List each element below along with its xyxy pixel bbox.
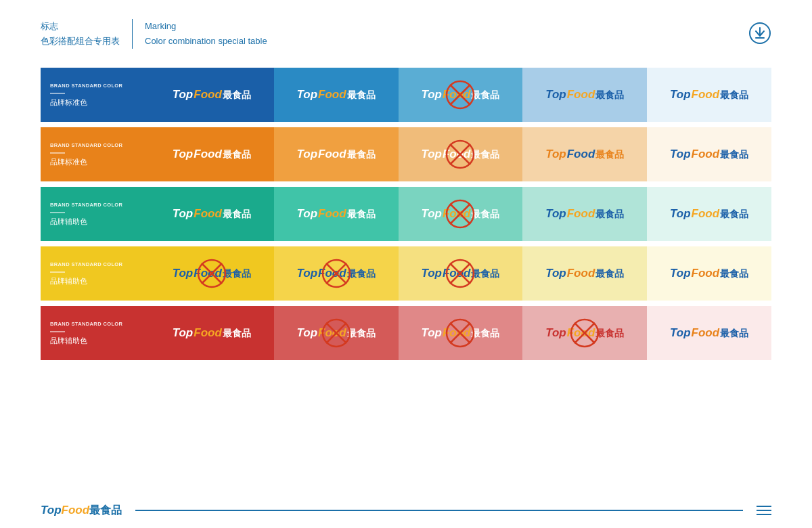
color-cell-1-1: TopFood 最食品 <box>274 127 399 181</box>
logo-text: TopFood 最食品 <box>670 207 748 221</box>
color-cell-4-0: TopFood 最食品 <box>150 306 274 360</box>
logo-text: TopFood 最食品 <box>421 326 499 340</box>
logo-text: TopFood 最食品 <box>545 326 624 340</box>
color-cell-2-4: TopFood 最食品 <box>647 187 771 241</box>
color-cell-1-3: TopFood 最食品 <box>522 127 647 181</box>
label-subtitle: 品牌辅助色 <box>50 336 140 346</box>
footer-logo-cn: 最食品 <box>89 504 122 518</box>
color-cell-2-3: TopFood 最食品 <box>522 187 647 241</box>
label-cell-1: BRAND STANDARD COLOR 品牌标准色 <box>41 127 150 181</box>
logo-text: TopFood 最食品 <box>297 148 376 161</box>
logo-text: TopFood 最食品 <box>173 207 251 221</box>
logo-text: TopFood 最食品 <box>421 267 499 280</box>
color-cell-0-2: TopFood 最食品 <box>399 68 523 122</box>
label-divider <box>50 93 65 94</box>
logo-text: TopFood 最食品 <box>670 267 748 280</box>
header-subtitle-cn: 色彩搭配组合专用表 <box>41 34 120 49</box>
logo-text: TopFood 最食品 <box>545 207 624 221</box>
label-title: BRAND STANDARD COLOR <box>50 83 140 90</box>
header-divider <box>132 19 133 49</box>
footer-line <box>135 510 743 511</box>
color-cell-4-4: TopFood 最食品 <box>647 306 771 360</box>
hamburger-menu-icon[interactable] <box>757 506 771 515</box>
logo-text: TopFood 最食品 <box>545 267 624 280</box>
logo-text: TopFood 最食品 <box>421 88 499 102</box>
footer-logo: TopFood最食品 <box>41 504 122 518</box>
logo-text: TopFood 最食品 <box>173 148 251 161</box>
label-divider <box>50 331 65 332</box>
logo-text: TopFood 最食品 <box>545 148 624 161</box>
label-subtitle: 品牌辅助色 <box>50 217 140 227</box>
footer-logo-top: Top <box>41 504 62 517</box>
label-title: BRAND STANDARD COLOR <box>50 142 140 150</box>
color-cell-4-2: TopFood 最食品 <box>399 306 523 360</box>
label-title: BRAND STANDARD COLOR <box>50 202 140 209</box>
logo-text: TopFood 最食品 <box>421 207 499 221</box>
color-cell-0-4: TopFood 最食品 <box>647 68 771 122</box>
logo-text: TopFood 最食品 <box>545 88 624 102</box>
label-subtitle: 品牌标准色 <box>50 157 140 167</box>
label-subtitle: 品牌辅助色 <box>50 276 140 286</box>
label-divider <box>50 212 65 213</box>
color-cell-1-0: TopFood 最食品 <box>150 127 274 181</box>
label-divider <box>50 271 65 273</box>
color-cell-3-2: TopFood 最食品 <box>399 246 523 301</box>
header-left: 标志 色彩搭配组合专用表 <box>41 19 120 49</box>
logo-text: TopFood 最食品 <box>173 326 251 340</box>
logo-text: TopFood 最食品 <box>297 267 376 280</box>
color-cell-0-1: TopFood 最食品 <box>274 68 399 122</box>
logo-text: TopFood 最食品 <box>670 88 748 102</box>
logo-text: TopFood 最食品 <box>173 88 251 102</box>
color-cell-3-0: TopFood 最食品 <box>150 246 274 301</box>
download-icon[interactable] <box>748 22 771 47</box>
color-cell-1-4: TopFood 最食品 <box>647 127 771 181</box>
menu-line-3 <box>757 514 771 515</box>
label-cell-4: BRAND STANDARD COLOR 品牌辅助色 <box>41 306 150 360</box>
color-cell-3-4: TopFood 最食品 <box>647 246 771 301</box>
logo-text: TopFood 最食品 <box>670 148 748 161</box>
label-title: BRAND STANDARD COLOR <box>50 321 140 328</box>
header-right: Marking Color combination special table <box>145 19 267 49</box>
header-title-en: Marking <box>145 19 267 34</box>
color-cell-3-3: TopFood 最食品 <box>522 246 647 301</box>
logo-text: TopFood 最食品 <box>297 207 376 221</box>
logo-text: TopFood 最食品 <box>670 326 748 340</box>
header-title-cn: 标志 <box>41 19 120 34</box>
menu-line-1 <box>757 506 771 507</box>
color-cell-4-3: TopFood 最食品 <box>522 306 647 360</box>
label-cell-2: BRAND STANDARD COLOR 品牌辅助色 <box>41 187 150 241</box>
color-cell-0-3: TopFood 最食品 <box>522 68 647 122</box>
color-cell-3-1: TopFood 最食品 <box>274 246 399 301</box>
label-cell-3: BRAND STANDARD COLOR 品牌辅助色 <box>41 246 150 301</box>
logo-text: TopFood 最食品 <box>421 148 499 161</box>
color-cell-1-2: TopFood 最食品 <box>399 127 523 181</box>
color-cell-2-2: TopFood 最食品 <box>399 187 523 241</box>
header-subtitle-en: Color combination special table <box>145 34 267 49</box>
color-cell-4-1: TopFood 最食品 <box>274 306 399 360</box>
label-divider <box>50 152 65 154</box>
menu-line-2 <box>757 510 771 511</box>
color-table: BRAND STANDARD COLOR 品牌标准色 TopFood 最食品To… <box>41 68 771 360</box>
main-content: BRAND STANDARD COLOR 品牌标准色 TopFood 最食品To… <box>0 0 812 360</box>
logo-text: TopFood 最食品 <box>297 88 376 102</box>
logo-text: TopFood 最食品 <box>297 326 376 340</box>
footer-logo-food: Food <box>62 504 90 517</box>
label-subtitle: 品牌标准色 <box>50 97 140 108</box>
label-cell-0: BRAND STANDARD COLOR 品牌标准色 <box>41 68 150 122</box>
footer: TopFood最食品 <box>0 493 812 528</box>
color-cell-2-1: TopFood 最食品 <box>274 187 399 241</box>
color-cell-2-0: TopFood 最食品 <box>150 187 274 241</box>
label-title: BRAND STANDARD COLOR <box>50 261 140 269</box>
logo-text: TopFood 最食品 <box>173 267 251 280</box>
color-cell-0-0: TopFood 最食品 <box>150 68 274 122</box>
